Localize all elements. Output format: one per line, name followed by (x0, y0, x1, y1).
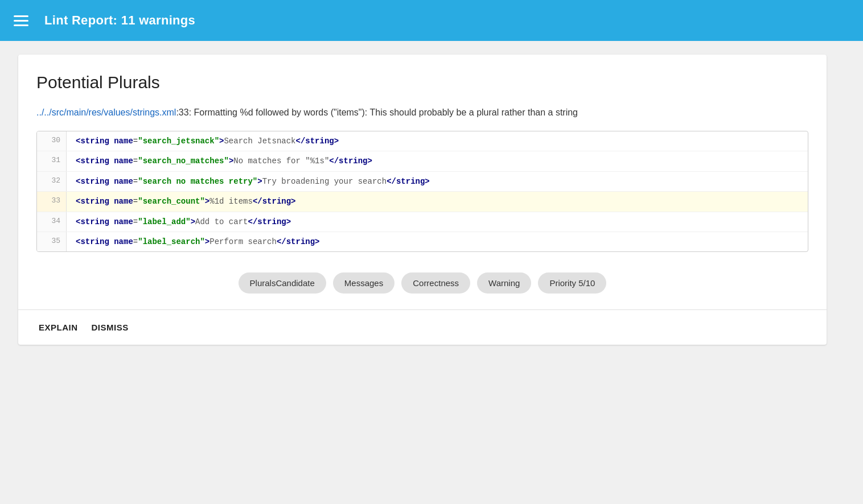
code-block: 30 <string name="search_jetsnack">Search… (36, 131, 808, 252)
actions-row: EXPLAIN DISMISS (36, 310, 808, 345)
code-line-35: 35 <string name="label_search">Perform s… (37, 232, 808, 251)
line-num-30: 30 (37, 131, 67, 151)
tag-correctness[interactable]: Correctness (401, 272, 470, 294)
code-content-32: <string name="search no matches retry">T… (67, 172, 439, 191)
explain-button[interactable]: EXPLAIN (36, 320, 80, 334)
lint-card: Potential Plurals ../../src/main/res/val… (18, 55, 827, 345)
line-num-34: 34 (37, 212, 67, 232)
code-content-34: <string name="label_add">Add to cart</st… (67, 212, 300, 232)
tag-priority[interactable]: Priority 5/10 (538, 272, 606, 294)
dismiss-button[interactable]: DISMISS (89, 320, 131, 334)
line-num-31: 31 (37, 151, 67, 171)
code-line-34: 34 <string name="label_add">Add to cart<… (37, 212, 808, 232)
tag-plurals-candidate[interactable]: PluralsCandidate (239, 272, 326, 294)
line-num-35: 35 (37, 232, 67, 251)
description-text: :33: Formatting %d followed by words ("i… (176, 108, 578, 117)
code-content-30: <string name="search_jetsnack">Search Je… (67, 131, 348, 151)
code-line-30: 30 <string name="search_jetsnack">Search… (37, 131, 808, 151)
line-num-33: 33 (37, 192, 67, 211)
code-line-33: 33 <string name="search_count">%1d items… (37, 192, 808, 212)
menu-icon[interactable] (14, 15, 28, 26)
line-num-32: 32 (37, 172, 67, 191)
code-line-31: 31 <string name="search_no_matches">No m… (37, 151, 808, 171)
code-content-33: <string name="search_count">%1d items</s… (67, 192, 305, 211)
description: ../../src/main/res/values/strings.xml:33… (36, 106, 808, 119)
header-title: Lint Report: 11 warnings (44, 13, 195, 28)
tags-row: PluralsCandidate Messages Correctness Wa… (36, 268, 808, 309)
app-header: Lint Report: 11 warnings (0, 0, 863, 41)
tag-warning[interactable]: Warning (477, 272, 531, 294)
tag-messages[interactable]: Messages (333, 272, 394, 294)
page-content: Potential Plurals ../../src/main/res/val… (0, 41, 863, 504)
code-content-35: <string name="label_search">Perform sear… (67, 232, 329, 251)
code-line-32: 32 <string name="search no matches retry… (37, 172, 808, 192)
file-link[interactable]: ../../src/main/res/values/strings.xml (36, 108, 176, 117)
card-title: Potential Plurals (36, 73, 808, 92)
code-content-31: <string name="search_no_matches">No matc… (67, 151, 381, 171)
